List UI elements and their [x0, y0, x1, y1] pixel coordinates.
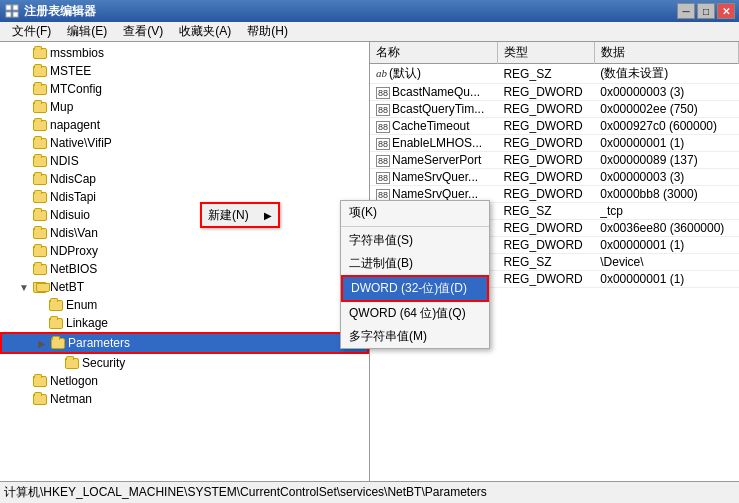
table-row[interactable]: 88BcastNameQu... REG_DWORD 0x00000003 (3… — [370, 84, 739, 101]
tree-item-Security[interactable]: Security — [0, 354, 369, 372]
reg-type-cell: REG_SZ — [497, 203, 594, 220]
table-row[interactable]: 88NameServerPort REG_DWORD 0x00000089 (1… — [370, 152, 739, 169]
folder-icon — [48, 297, 64, 313]
folder-icon — [32, 373, 48, 389]
menu-help[interactable]: 帮助(H) — [239, 21, 296, 42]
title-bar: 注册表编辑器 ─ □ ✕ — [0, 0, 739, 22]
tree-item-MSTEE[interactable]: MSTEE — [0, 62, 369, 80]
tree-expander[interactable] — [16, 63, 32, 79]
col-data: 数据 — [594, 42, 738, 64]
tree-expander[interactable] — [16, 99, 32, 115]
submenu-item[interactable]: DWORD (32-位)值(D) — [341, 275, 489, 302]
menu-file[interactable]: 文件(F) — [4, 21, 59, 42]
reg-type-cell: REG_SZ — [497, 254, 594, 271]
folder-icon — [64, 355, 80, 371]
tree-label: NetBT — [50, 280, 84, 294]
tree-expander[interactable] — [48, 355, 64, 371]
restore-button[interactable]: □ — [697, 3, 715, 19]
main-content: mssmbios MSTEE MTConfig Mup napagent Nat… — [0, 42, 739, 481]
tree-item-Enum[interactable]: Enum — [0, 296, 369, 314]
close-button[interactable]: ✕ — [717, 3, 735, 19]
tree-expander[interactable] — [16, 45, 32, 61]
tree-expander[interactable] — [32, 315, 48, 331]
tree-item-MTConfig[interactable]: MTConfig — [0, 80, 369, 98]
tree-item-NdisCap[interactable]: NdisCap — [0, 170, 369, 188]
menu-bar: 文件(F) 编辑(E) 查看(V) 收藏夹(A) 帮助(H) — [0, 22, 739, 42]
submenu-item[interactable]: 二进制值(B) — [341, 252, 489, 275]
reg-name-cell: 88BcastNameQu... — [370, 84, 497, 101]
svg-rect-3 — [13, 12, 18, 17]
submenu-item[interactable]: 项(K) — [341, 201, 489, 224]
tree-expander[interactable] — [16, 373, 32, 389]
tree-label: Linkage — [66, 316, 108, 330]
tree-expander[interactable] — [16, 225, 32, 241]
tree-expander[interactable] — [16, 207, 32, 223]
tree-item-NDProxy[interactable]: NDProxy — [0, 242, 369, 260]
table-row[interactable]: 88NameSrvQuer... REG_DWORD 0x00000003 (3… — [370, 169, 739, 186]
tree-item-mssmbios[interactable]: mssmbios — [0, 44, 369, 62]
menu-favorites[interactable]: 收藏夹(A) — [171, 21, 239, 42]
reg-data-cell: 0x00000089 (137) — [594, 152, 738, 169]
minimize-button[interactable]: ─ — [677, 3, 695, 19]
tree-item-NdisTapi[interactable]: NdisTapi — [0, 188, 369, 206]
tree-item-NativeWifiP[interactable]: Native\VifiP — [0, 134, 369, 152]
table-row[interactable]: ab(默认) REG_SZ (数值未设置) — [370, 64, 739, 84]
menu-edit[interactable]: 编辑(E) — [59, 21, 115, 42]
tree-expander[interactable]: ▶ — [34, 335, 50, 351]
tree-label: Netlogon — [50, 374, 98, 388]
reg-name-cell: 88BcastQueryTim... — [370, 101, 497, 118]
tree-label: Netman — [50, 392, 92, 406]
tree-expander[interactable] — [32, 297, 48, 313]
reg-name-cell: 88CacheTimeout — [370, 118, 497, 135]
submenu-item[interactable]: 多字符串值(M) — [341, 325, 489, 348]
table-row[interactable]: 88BcastQueryTim... REG_DWORD 0x000002ee … — [370, 101, 739, 118]
tree-expander[interactable] — [16, 171, 32, 187]
tree-item-Ndisuio[interactable]: Ndisuio — [0, 206, 369, 224]
tree-expander[interactable] — [16, 243, 32, 259]
tree-item-Parameters[interactable]: ▶Parameters — [0, 332, 369, 354]
tree-label: Security — [82, 356, 125, 370]
tree-item-Netlogon[interactable]: Netlogon — [0, 372, 369, 390]
reg-type-cell: REG_DWORD — [497, 135, 594, 152]
tree-label: Mup — [50, 100, 73, 114]
reg-data-cell: (数值未设置) — [594, 64, 738, 84]
tree-item-NDIS[interactable]: NDIS — [0, 152, 369, 170]
tree-item-NetBT[interactable]: ▼NetBT — [0, 278, 369, 296]
tree-expander[interactable] — [16, 189, 32, 205]
reg-data-cell: 0x00000001 (1) — [594, 135, 738, 152]
reg-name-cell: 88EnableLMHOS... — [370, 135, 497, 152]
tree-item-NdisVan[interactable]: Ndis\Van — [0, 224, 369, 242]
tree-expander[interactable] — [16, 261, 32, 277]
table-row[interactable]: 88CacheTimeout REG_DWORD 0x000927c0 (600… — [370, 118, 739, 135]
tree-expander[interactable] — [16, 391, 32, 407]
tree-label: Ndisuio — [50, 208, 90, 222]
tree-expander[interactable]: ▼ — [16, 279, 32, 295]
tree-expander[interactable] — [16, 135, 32, 151]
menu-view[interactable]: 查看(V) — [115, 21, 171, 42]
tree-expander[interactable] — [16, 81, 32, 97]
new-menu-button[interactable]: 新建(N) ▶ — [200, 202, 280, 228]
svg-rect-0 — [6, 5, 11, 10]
tree-item-Netman[interactable]: Netman — [0, 390, 369, 408]
tree-expander[interactable] — [16, 153, 32, 169]
tree-item-Linkage[interactable]: Linkage — [0, 314, 369, 332]
tree-item-NetBIOS[interactable]: NetBIOS — [0, 260, 369, 278]
svg-rect-1 — [13, 5, 18, 10]
tree-item-Mup[interactable]: Mup — [0, 98, 369, 116]
registry-tree[interactable]: mssmbios MSTEE MTConfig Mup napagent Nat… — [0, 42, 370, 481]
tree-item-napagent[interactable]: napagent — [0, 116, 369, 134]
folder-icon — [32, 391, 48, 407]
reg-data-cell: 0x00000003 (3) — [594, 84, 738, 101]
submenu-item[interactable]: QWORD (64 位)值(Q) — [341, 302, 489, 325]
reg-type-cell: REG_DWORD — [497, 118, 594, 135]
tree-label: NetBIOS — [50, 262, 97, 276]
reg-type-cell: REG_DWORD — [497, 152, 594, 169]
tree-expander[interactable] — [16, 117, 32, 133]
status-path: 计算机\HKEY_LOCAL_MACHINE\SYSTEM\CurrentCon… — [4, 484, 487, 501]
reg-type-cell: REG_DWORD — [497, 186, 594, 203]
app-icon — [4, 3, 20, 19]
submenu-item[interactable]: 字符串值(S) — [341, 229, 489, 252]
table-row[interactable]: 88EnableLMHOS... REG_DWORD 0x00000001 (1… — [370, 135, 739, 152]
folder-icon — [32, 207, 48, 223]
folder-icon — [32, 63, 48, 79]
